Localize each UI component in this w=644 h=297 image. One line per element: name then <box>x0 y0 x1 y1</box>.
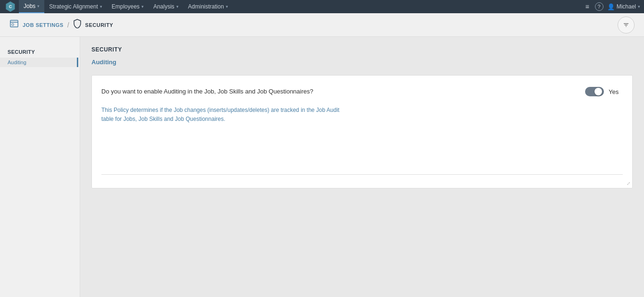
app-logo[interactable]: C <box>4 0 17 13</box>
card-divider <box>101 174 623 175</box>
chevron-down-icon: ▾ <box>226 4 228 9</box>
main-layout: SECURITY Auditing SECURITY Auditing Do y… <box>0 37 644 297</box>
breadcrumb-separator: / <box>67 21 69 29</box>
sidebar-item-auditing[interactable]: Auditing <box>0 58 78 67</box>
sidebar-item-security[interactable]: SECURITY <box>0 46 80 58</box>
content-area: SECURITY Auditing Do you want to enable … <box>80 37 644 297</box>
breadcrumb: JOB SETTINGS / SECURITY <box>0 13 644 37</box>
toggle-knob <box>594 88 602 95</box>
help-icon[interactable]: ? <box>595 2 603 11</box>
chevron-down-icon: ▾ <box>141 4 144 9</box>
chevron-down-icon: ▾ <box>638 4 640 9</box>
toggle-label: Yes <box>609 88 619 95</box>
breadcrumb-current: SECURITY <box>85 22 114 28</box>
breadcrumb-parent[interactable]: JOB SETTINGS <box>23 22 64 28</box>
card-question-row: Do you want to enable Auditing in the Jo… <box>101 87 623 96</box>
toggle-row: Yes <box>585 87 623 96</box>
policy-text: This Policy determines if the Job change… <box>101 106 347 124</box>
filter-button[interactable] <box>618 17 635 34</box>
section-subtitle: Auditing <box>91 59 633 68</box>
chevron-down-icon: ▾ <box>176 4 179 9</box>
sidebar: SECURITY Auditing <box>0 37 80 297</box>
settings-icon[interactable]: ≡ <box>583 3 591 10</box>
policy-section: This Policy determines if the Job change… <box>101 106 623 124</box>
auditing-card: Do you want to enable Auditing in the Jo… <box>91 75 633 188</box>
chevron-down-icon: ▾ <box>37 4 40 8</box>
nav-analysis[interactable]: Analysis ▾ <box>149 0 183 13</box>
user-icon: 👤 <box>607 3 615 10</box>
job-settings-icon <box>9 19 19 31</box>
user-menu[interactable]: 👤 Michael ▾ <box>607 3 640 10</box>
nav-strategic-alignment[interactable]: Strategic Alignment ▾ <box>44 0 107 13</box>
auditing-toggle[interactable] <box>585 87 604 96</box>
svg-rect-0 <box>10 20 18 27</box>
resize-handle-icon: ⤢ <box>627 181 630 186</box>
chevron-down-icon: ▾ <box>100 4 102 9</box>
svg-rect-2 <box>12 24 14 25</box>
nav-jobs[interactable]: Jobs ▾ <box>19 0 44 13</box>
section-title: SECURITY <box>91 46 633 53</box>
nav-employees[interactable]: Employees ▾ <box>107 0 149 13</box>
nav-administration[interactable]: Administration ▾ <box>183 0 233 13</box>
logo-hex-icon: C <box>5 1 16 12</box>
top-navigation: C Jobs ▾ Strategic Alignment ▾ Employees… <box>0 0 644 13</box>
topnav-right-section: ≡ ? 👤 Michael ▾ <box>583 2 640 11</box>
security-shield-icon <box>73 19 82 31</box>
auditing-question: Do you want to enable Auditing in the Jo… <box>101 87 576 96</box>
